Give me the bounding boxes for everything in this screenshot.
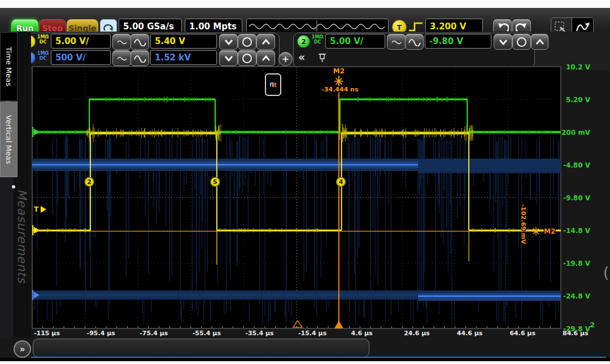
channel-2-offset-up-button[interactable]: [531, 34, 548, 50]
channel-2-scale-small-button[interactable]: [387, 34, 406, 50]
chevron-up-icon: [261, 55, 271, 62]
channel-3-offset-up-button[interactable]: [256, 50, 275, 66]
channel-3-offset-value: 1.52 kV: [155, 52, 191, 63]
channel-axis-indicator: 2: [590, 321, 595, 329]
channel-2-ground-marker: [34, 129, 40, 135]
channel-2-number: 2: [301, 38, 306, 46]
tab-vertical-meas-label: Vertical Meas: [5, 115, 13, 164]
small-wave-icon: [116, 38, 128, 46]
channel-2-offset-down-button[interactable]: [494, 34, 512, 50]
channel-3-scale-large-button[interactable]: [130, 50, 149, 66]
channel-2-offset-display[interactable]: -9.80 V: [425, 34, 491, 49]
ring-icon: [242, 37, 252, 47]
channel-3-offset-knob-button[interactable]: [238, 50, 256, 66]
expand-chevrons-icon: »: [20, 344, 25, 354]
divider-handle[interactable]: [12, 185, 15, 188]
flt-badge: flt: [265, 73, 281, 96]
measurements-watermark: Measurements: [15, 189, 29, 283]
large-wave-icon: [408, 37, 421, 46]
trigger-level-marker: [41, 206, 46, 213]
trigger-level-value: 3.200 V: [430, 21, 466, 32]
channel-3-scale-small-button[interactable]: [112, 50, 131, 66]
impedance-value: 1MΩ: [312, 34, 323, 40]
channel-2-scale-value: 5.00 V/: [330, 36, 363, 46]
sample-rate-value: 5.00 GSa/s: [123, 21, 174, 32]
impedance-value: 1MΩ: [37, 34, 49, 40]
waveform-display[interactable]: M2-34.444 nsM2-102.69 mV254T: [32, 67, 561, 328]
chevron-up-icon: [261, 38, 271, 46]
panel-handle[interactable]: (: [603, 264, 609, 281]
edge-marker-number: 2: [87, 178, 91, 186]
ring-icon: [242, 54, 252, 63]
chevron-down-icon: [224, 55, 234, 62]
tab-vertical-meas[interactable]: Vertical Meas: [0, 102, 18, 177]
memory-depth-value: 1.00 Mpts: [189, 21, 237, 32]
channel-3-scale-value: 500 V/: [55, 52, 86, 63]
oscilloscope-app: Run Stop Single 5.00 GSa/s 1.00 Mpts T 3…: [0, 0, 610, 364]
m2-top-label: M2: [333, 67, 345, 75]
coupling-value: DC: [40, 40, 47, 45]
m2-time-value: -34.444 ns: [321, 86, 359, 93]
expand-button[interactable]: »: [14, 340, 31, 358]
channel-3-offset-display[interactable]: 1.52 kV: [150, 50, 217, 65]
channel-1-offset-up-button[interactable]: [256, 34, 275, 50]
trigger-time-marker: [334, 321, 343, 328]
channel-pin-button[interactable]: [318, 53, 326, 65]
plus-icon: +: [282, 54, 289, 64]
channel-1-offset-down-button[interactable]: [219, 34, 238, 50]
edge-marker-number: 5: [213, 178, 217, 186]
chevron-down-icon: [498, 38, 508, 46]
trigger-slope-icon[interactable]: [408, 20, 424, 33]
pin-icon: [318, 53, 326, 63]
top-toolbar: Run Stop Single 5.00 GSa/s 1.00 Mpts T 3…: [0, 8, 610, 33]
channel-1-offset-value: 5.40 V: [155, 36, 185, 46]
channel-1-scale-value: 5.00 V/: [55, 36, 89, 46]
channel-2-badge[interactable]: 2: [297, 35, 310, 48]
channel-1-offset-knob-button[interactable]: [238, 34, 256, 50]
bottom-edge: [0, 358, 610, 361]
channel-1-impedance-label: 1MΩDC: [36, 34, 50, 47]
trigger-level-label: T: [34, 205, 39, 213]
channel-3-scale-display[interactable]: 500 V/: [51, 50, 111, 65]
channel-2-scale-large-button[interactable]: [405, 34, 424, 50]
tab-time-meas-label: Time Meas: [5, 47, 13, 86]
channel-2-impedance-label: 1MΩDC: [310, 34, 325, 47]
channel-1-scale-large-button[interactable]: [130, 34, 149, 50]
chevron-up-icon: [535, 38, 545, 46]
horizontal-toolbar: » H 20.0 µs/ -15.3780000 µs Z «: [0, 337, 610, 358]
measurements-watermark-text: Measurements: [15, 189, 29, 283]
waveform-canvas: M2-34.444 nsM2-102.69 mV254T: [32, 67, 561, 331]
time-reference-marker: [293, 321, 302, 327]
large-wave-icon: [133, 37, 147, 46]
channel-3-impedance-label: 1MΩDC: [36, 51, 50, 64]
channel-1-trace: [32, 133, 561, 230]
collapse-chevrons-icon: «: [298, 51, 305, 63]
flt-letter: t: [274, 82, 277, 88]
channel-axis-indicator-value: 2: [590, 321, 595, 329]
channel-2-offset-value: -9.80 V: [429, 36, 463, 46]
channel-collapse-button[interactable]: «: [298, 51, 305, 63]
coupling-value: DC: [40, 56, 47, 61]
tab-time-meas[interactable]: Time Meas: [0, 32, 18, 101]
ring-icon: [517, 37, 526, 47]
channel-2-scale-display[interactable]: 5.00 V/: [325, 34, 385, 49]
channel-2-offset-knob-button[interactable]: [512, 34, 531, 50]
small-wave-icon: [116, 54, 128, 62]
chevron-down-icon: [224, 38, 234, 46]
m2-right-label: M2: [544, 227, 555, 235]
small-wave-icon: [391, 38, 402, 46]
channel-1-scale-small-button[interactable]: [112, 34, 131, 50]
channel-1-offset-display[interactable]: 5.40 V: [150, 34, 217, 49]
impedance-value: 1MΩ: [37, 51, 49, 56]
channel-3-offset-down-button[interactable]: [219, 50, 238, 66]
add-channel-button[interactable]: +: [278, 52, 293, 66]
trigger-badge-label: T: [397, 23, 402, 32]
channel-1-ground-marker: [34, 227, 40, 234]
edge-marker-number: 4: [339, 178, 343, 186]
channel-1-scale-display[interactable]: 5.00 V/: [51, 34, 111, 49]
coupling-value: DC: [314, 40, 321, 45]
m2-voltage-value: -102.69 mV: [520, 204, 527, 244]
horizontal-group: [33, 339, 369, 357]
large-wave-icon: [133, 54, 147, 63]
